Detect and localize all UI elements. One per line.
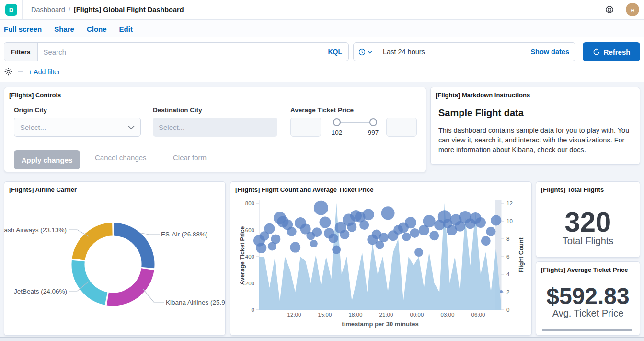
- svg-text:4: 4: [506, 271, 510, 277]
- top-bar: D Dashboard / [Flights] Global Flight Da…: [0, 0, 644, 20]
- donut-label-logstash: Logstash Airways (23.13%): [4, 226, 67, 234]
- x-axis-title: timestamp per 30 minutes: [259, 320, 501, 328]
- svg-text:15:00: 15:00: [318, 312, 332, 317]
- svg-text:600: 600: [245, 227, 254, 233]
- add-filter-button[interactable]: + Add filter: [28, 68, 60, 76]
- svg-text:6: 6: [506, 254, 509, 259]
- horizontal-scrollbar[interactable]: [542, 329, 632, 331]
- airline-carrier-donut-chart[interactable]: [4, 182, 226, 336]
- panel-title: [Flights] Markdown Instructions: [431, 87, 640, 99]
- divider: [22, 0, 23, 19]
- breadcrumb-current: [Flights] Global Flight Dashboard: [74, 6, 184, 13]
- svg-text:400: 400: [245, 254, 254, 259]
- slider-max-value: 997: [364, 129, 383, 136]
- svg-text:2: 2: [506, 289, 509, 295]
- flight-count-combo-chart[interactable]: 020040060080002468101212:0015:0018:0021:…: [230, 182, 532, 336]
- panel-flights-controls: [Flights] Controls Origin City Select...…: [4, 87, 426, 172]
- docs-link[interactable]: docs: [569, 146, 584, 153]
- dashboard-app-icon[interactable]: D: [5, 4, 17, 16]
- clock-icon: [358, 48, 366, 56]
- chevron-down-icon: [128, 125, 135, 129]
- next-row-panel-edge: [0, 337, 644, 341]
- breadcrumb-dashboard[interactable]: Dashboard: [31, 6, 65, 13]
- panel-airline-carrier: [Flights] Airline Carrier ES-Air (26.88%…: [4, 181, 226, 336]
- edit-button[interactable]: Edit: [119, 25, 133, 33]
- right-axis-title: Flight Count: [518, 234, 525, 277]
- panel-title: [Flights] Average Ticket Price: [536, 262, 640, 273]
- svg-text:200: 200: [245, 281, 254, 286]
- avg-ticket-price-value: $592.83: [536, 283, 640, 309]
- search-input[interactable]: [38, 48, 328, 56]
- breadcrumb: Dashboard / [Flights] Global Flight Dash…: [31, 6, 184, 13]
- chevron-down-icon: [368, 50, 372, 54]
- kql-language-button[interactable]: KQL: [328, 48, 348, 56]
- svg-text:21:00: 21:00: [380, 312, 393, 317]
- refresh-button[interactable]: Refresh: [583, 42, 640, 61]
- help-icon[interactable]: [598, 5, 621, 14]
- destination-city-select[interactable]: Select...: [153, 118, 277, 137]
- destination-city-label: Destination City: [153, 106, 202, 114]
- query-bar: Filters KQL: [4, 42, 349, 61]
- slider-handle-min[interactable]: [333, 118, 341, 126]
- slider-handle-max[interactable]: [369, 118, 377, 126]
- donut-label-kibana-airlines: Kibana Airlines (25.94%): [166, 299, 226, 306]
- clear-form-button[interactable]: Clear form: [173, 153, 207, 162]
- filters-button[interactable]: Filters: [4, 43, 38, 61]
- left-axis-title: Average Ticket Price: [239, 224, 246, 287]
- svg-text:8: 8: [506, 236, 509, 242]
- origin-city-select[interactable]: Select...: [14, 118, 141, 137]
- share-button[interactable]: Share: [54, 25, 74, 33]
- dashboard-menu: Full screen Share Clone Edit: [0, 20, 644, 37]
- svg-text:0: 0: [506, 307, 509, 313]
- total-flights-value: 320: [536, 206, 640, 238]
- markdown-body: This dashboard contains sample data for …: [438, 126, 634, 154]
- price-range-slider: 102 997: [326, 118, 383, 137]
- refresh-icon: [593, 48, 600, 56]
- avg-ticket-price-label: Average Ticket Price: [290, 106, 354, 114]
- donut-label-jetbeats: JetBeats (24.06%): [14, 288, 67, 295]
- apply-changes-button[interactable]: Apply changes: [14, 150, 80, 169]
- user-avatar[interactable]: e: [626, 3, 639, 16]
- filter-settings-gear-icon[interactable]: [4, 67, 13, 76]
- svg-text:0: 0: [252, 307, 254, 313]
- svg-text:03:00: 03:00: [441, 312, 455, 317]
- markdown-heading: Sample Flight data: [438, 107, 524, 118]
- panel-title: [Flights] Total Flights: [536, 182, 640, 193]
- cancel-changes-button[interactable]: Cancel changes: [95, 153, 147, 162]
- filter-options-row: + Add filter: [4, 67, 60, 76]
- clone-button[interactable]: Clone: [87, 25, 107, 33]
- price-min-input[interactable]: [290, 118, 321, 137]
- full-screen-button[interactable]: Full screen: [4, 25, 42, 33]
- panel-average-ticket-price: [Flights] Average Ticket Price $592.83 A…: [536, 261, 640, 336]
- total-flights-label: Total Flights: [536, 235, 640, 247]
- time-picker: Last 24 hours Show dates: [353, 42, 575, 61]
- panel-title: [Flights] Controls: [4, 87, 426, 99]
- panel-flight-count-avg-price: [Flights] Flight Count and Average Ticke…: [230, 181, 532, 336]
- time-range-value[interactable]: Last 24 hours: [377, 48, 425, 56]
- svg-text:00:00: 00:00: [410, 312, 424, 317]
- divider: [621, 3, 621, 16]
- slider-track[interactable]: [337, 122, 373, 123]
- donut-label-es-air: ES-Air (26.88%): [161, 231, 208, 238]
- divider: [18, 71, 23, 72]
- avg-ticket-price-label: Avg. Ticket Price: [536, 308, 640, 319]
- svg-text:10: 10: [506, 218, 513, 224]
- breadcrumb-separator: /: [69, 6, 70, 13]
- origin-city-label: Origin City: [14, 106, 47, 114]
- price-max-input[interactable]: [386, 118, 417, 137]
- slider-min-value: 102: [327, 129, 346, 136]
- svg-text:12: 12: [506, 200, 513, 206]
- panel-total-flights: [Flights] Total Flights 320 Total Flight…: [536, 181, 640, 258]
- svg-text:06:00: 06:00: [472, 312, 485, 317]
- svg-text:18:00: 18:00: [349, 312, 363, 317]
- panel-markdown-instructions: [Flights] Markdown Instructions Sample F…: [430, 87, 640, 165]
- svg-text:12:00: 12:00: [288, 312, 301, 317]
- time-picker-quick-menu-button[interactable]: [354, 43, 377, 61]
- show-dates-button[interactable]: Show dates: [530, 48, 575, 56]
- svg-text:800: 800: [245, 200, 254, 206]
